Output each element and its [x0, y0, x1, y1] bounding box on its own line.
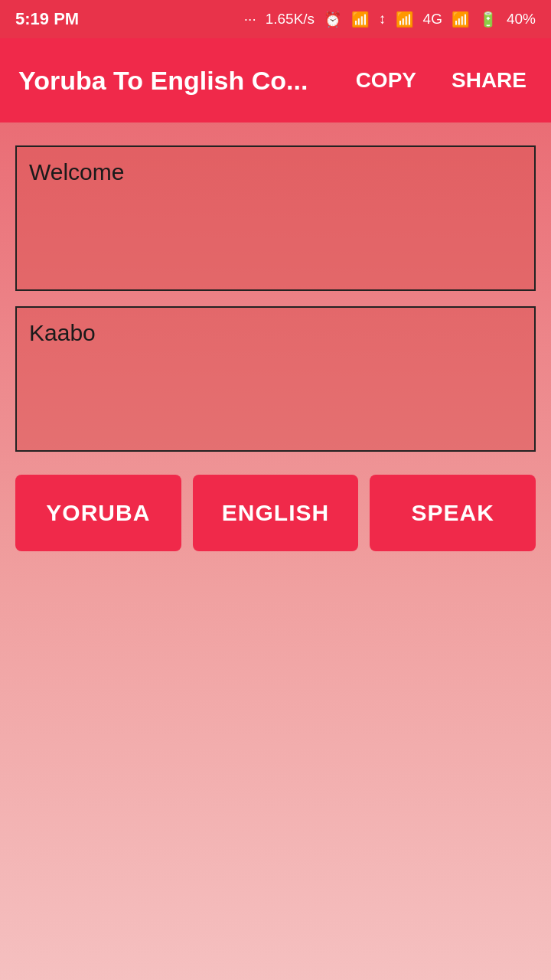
battery-icon: 🔋 — [479, 11, 497, 28]
status-time: 5:19 PM — [15, 9, 79, 29]
english-button[interactable]: ENGLISH — [193, 475, 359, 551]
dots-icon: ··· — [244, 11, 256, 28]
status-icons: ··· 1.65K/s ⏰ 📶 ↕ 📶 4G 📶 🔋 40% — [244, 11, 536, 28]
wifi-icon: 📶 — [351, 11, 370, 28]
app-bar-actions: COPY SHARE — [350, 62, 533, 99]
speed-indicator: 1.65K/s — [266, 11, 315, 28]
signal-icon: ↕ — [379, 11, 386, 28]
yoruba-output[interactable]: Kaabo — [15, 306, 536, 452]
alarm-icon: ⏰ — [324, 11, 342, 28]
app-bar: Yoruba To English Co... COPY SHARE — [0, 38, 551, 122]
status-bar: 5:19 PM ··· 1.65K/s ⏰ 📶 ↕ 📶 4G 📶 🔋 40% — [0, 0, 551, 38]
yoruba-button[interactable]: YORUBA — [15, 475, 181, 551]
main-content: Welcome Kaabo YORUBA ENGLISH SPEAK — [0, 122, 551, 567]
copy-button[interactable]: COPY — [350, 62, 422, 99]
network-icon: 📶 — [396, 11, 414, 28]
signal2-icon: 📶 — [452, 11, 470, 28]
action-buttons: YORUBA ENGLISH SPEAK — [15, 475, 536, 551]
app-title: Yoruba To English Co... — [18, 66, 350, 96]
speak-button[interactable]: SPEAK — [370, 475, 536, 551]
english-input[interactable]: Welcome — [15, 145, 536, 291]
share-button[interactable]: SHARE — [445, 62, 533, 99]
battery-level: 40% — [507, 11, 536, 28]
network-label: 4G — [423, 11, 442, 28]
